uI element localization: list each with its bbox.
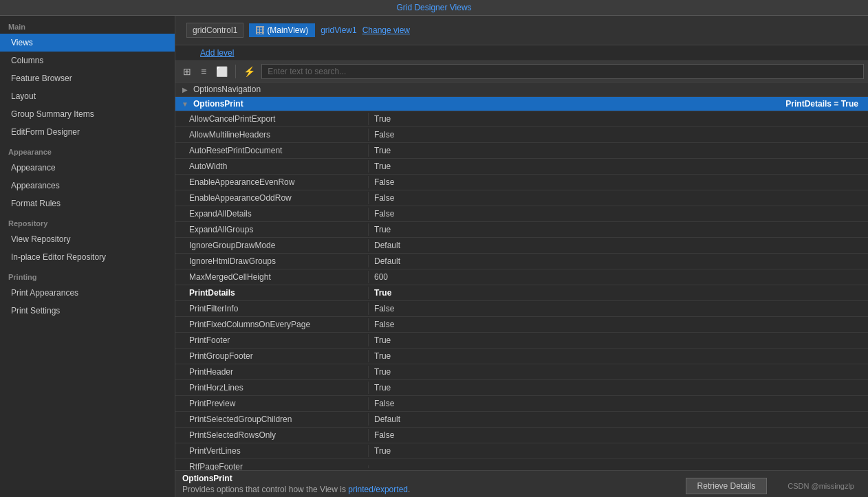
prop-value: True bbox=[368, 287, 868, 299]
toolbar-separator bbox=[235, 65, 236, 78]
prop-value: False bbox=[368, 318, 868, 331]
property-row[interactable]: AllowCancelPrintExportTrue bbox=[175, 111, 868, 127]
prop-value: False bbox=[368, 192, 868, 204]
prop-name: PrintSelectedRowsOnly bbox=[175, 429, 368, 441]
prop-name: PrintDetails bbox=[175, 287, 368, 299]
property-row[interactable]: PrintFilterInfoFalse bbox=[175, 301, 868, 317]
sidebar-item-print-settings[interactable]: Print Settings bbox=[0, 302, 175, 320]
property-row[interactable]: PrintHorzLinesTrue bbox=[175, 380, 868, 396]
prop-value: False bbox=[368, 302, 868, 315]
prop-value: True bbox=[368, 160, 868, 173]
prop-value: False bbox=[368, 176, 868, 188]
toolbar-btn-grid[interactable]: ⬜ bbox=[213, 64, 231, 79]
property-row[interactable]: ExpandAllDetailsFalse bbox=[175, 206, 868, 222]
property-row[interactable]: AutoWidthTrue bbox=[175, 159, 868, 175]
prop-name: MaxMergedCellHeight bbox=[175, 271, 368, 283]
prop-value: Default bbox=[368, 413, 868, 426]
toolbar-btn-layout[interactable]: ⊞ bbox=[180, 64, 195, 79]
sidebar-item-format-rules[interactable]: Format Rules bbox=[0, 195, 175, 212]
property-row[interactable]: EnableAppearanceOddRowFalse bbox=[175, 190, 868, 206]
property-row[interactable]: ExpandAllGroupsTrue bbox=[175, 222, 868, 238]
prop-value: True bbox=[368, 382, 868, 394]
prop-name: PrintFooter bbox=[175, 334, 368, 346]
toolbar-btn-action[interactable]: ⚡ bbox=[240, 64, 259, 79]
prop-value: True bbox=[368, 334, 868, 346]
prop-value: False bbox=[368, 397, 868, 410]
group-label-navigation: OptionsNavigation bbox=[191, 85, 864, 94]
prop-value bbox=[368, 465, 868, 468]
property-row[interactable]: EnableAppearanceEvenRowFalse bbox=[175, 175, 868, 190]
prop-name: EnableAppearanceOddRow bbox=[175, 192, 368, 204]
prop-name: PrintGroupFooter bbox=[175, 350, 368, 362]
status-title: OptionsPrint bbox=[182, 474, 686, 483]
sidebar-item-view-repository[interactable]: View Repository bbox=[0, 230, 175, 248]
expand-icon-navigation: ▶ bbox=[180, 86, 191, 93]
add-level-link[interactable]: Add level bbox=[186, 45, 234, 60]
property-row[interactable]: PrintSelectedGroupChildrenDefault bbox=[175, 412, 868, 428]
title-prefix: Grid Designer bbox=[396, 3, 447, 12]
property-row[interactable]: AllowMultilineHeadersFalse bbox=[175, 127, 868, 143]
property-row[interactable]: PrintHeaderTrue bbox=[175, 364, 868, 380]
main-view-tab[interactable]: (MainView) bbox=[249, 23, 315, 37]
sidebar-item-layout[interactable]: Layout bbox=[0, 87, 175, 105]
prop-name: RtfPageFooter bbox=[175, 461, 368, 470]
prop-value: Default bbox=[368, 239, 868, 252]
main-view-label: (MainView) bbox=[267, 25, 308, 35]
property-row[interactable]: PrintPreviewFalse bbox=[175, 396, 868, 412]
bottom-bar: OptionsPrint Provides options that contr… bbox=[175, 470, 868, 497]
sidebar-item-appearance[interactable]: Appearance bbox=[0, 159, 175, 177]
sidebar-item-views[interactable]: Views bbox=[0, 34, 175, 52]
status-desc: Provides options that control how the Vi… bbox=[182, 485, 686, 494]
prop-name: PrintVertLines bbox=[175, 445, 368, 457]
prop-name: ExpandAllDetails bbox=[175, 208, 368, 220]
property-row[interactable]: PrintVertLinesTrue bbox=[175, 443, 868, 459]
prop-name: AllowCancelPrintExport bbox=[175, 113, 368, 125]
sidebar-section-printing: Printing bbox=[0, 266, 175, 284]
prop-rows: AllowCancelPrintExportTrueAllowMultiline… bbox=[175, 111, 868, 470]
group-options-print[interactable]: ▼ OptionsPrint PrintDetails = True bbox=[175, 97, 868, 111]
prop-value: True bbox=[368, 445, 868, 457]
prop-value: True bbox=[368, 144, 868, 157]
prop-value: True bbox=[368, 223, 868, 236]
property-row[interactable]: MaxMergedCellHeight600 bbox=[175, 269, 868, 285]
sidebar-item-editform-designer[interactable]: EditForm Designer bbox=[0, 123, 175, 141]
properties-panel: ⊞ ≡ ⬜ ⚡ ▶ OptionsNavigation ▼ OptionsPri… bbox=[175, 61, 868, 470]
prop-name: IgnoreGroupDrawMode bbox=[175, 239, 368, 252]
prop-name: AutoResetPrintDocument bbox=[175, 144, 368, 157]
prop-value: True bbox=[368, 366, 868, 378]
properties-toolbar: ⊞ ≡ ⬜ ⚡ bbox=[175, 61, 868, 82]
prop-value: True bbox=[368, 113, 868, 125]
sidebar-item-feature-browser[interactable]: Feature Browser bbox=[0, 69, 175, 87]
sidebar-item-appearances[interactable]: Appearances bbox=[0, 177, 175, 195]
toolbar-btn-list[interactable]: ≡ bbox=[197, 64, 210, 79]
property-row[interactable]: RtfPageFooter bbox=[175, 459, 868, 470]
status-highlight: printed/exported bbox=[348, 485, 408, 494]
property-row[interactable]: PrintGroupFooterTrue bbox=[175, 349, 868, 364]
sidebar-item-columns[interactable]: Columns bbox=[0, 52, 175, 69]
property-row[interactable]: PrintFooterTrue bbox=[175, 333, 868, 349]
sidebar-item-group-summary-items[interactable]: Group Summary Items bbox=[0, 105, 175, 123]
property-row[interactable]: IgnoreGroupDrawModeDefault bbox=[175, 238, 868, 254]
view-header: gridControl1 (MainView) gridView1 Change… bbox=[175, 16, 868, 45]
control-label: gridControl1 bbox=[186, 23, 243, 38]
sidebar-item-inplace-editor-repository[interactable]: In-place Editor Repository bbox=[0, 248, 175, 266]
sidebar: MainViewsColumnsFeature BrowserLayoutGro… bbox=[0, 16, 175, 497]
property-row[interactable]: IgnoreHtmlDrawGroupsDefault bbox=[175, 254, 868, 269]
prop-name: AutoWidth bbox=[175, 160, 368, 173]
grid-view-label[interactable]: gridView1 bbox=[321, 25, 356, 35]
property-row[interactable]: PrintFixedColumnsOnEveryPageFalse bbox=[175, 317, 868, 333]
property-row[interactable]: PrintDetailsTrue bbox=[175, 285, 868, 301]
search-input[interactable] bbox=[261, 64, 864, 79]
prop-name: PrintFixedColumnsOnEveryPage bbox=[175, 318, 368, 331]
sidebar-item-print-appearances[interactable]: Print Appearances bbox=[0, 284, 175, 302]
change-view-link[interactable]: Change view bbox=[362, 25, 410, 35]
property-row[interactable]: PrintSelectedRowsOnlyFalse bbox=[175, 428, 868, 443]
property-row[interactable]: AutoResetPrintDocumentTrue bbox=[175, 143, 868, 159]
retrieve-details-button[interactable]: Retrieve Details bbox=[686, 478, 768, 494]
group-options-navigation[interactable]: ▶ OptionsNavigation bbox=[175, 82, 868, 97]
prop-value: False bbox=[368, 429, 868, 441]
prop-name: PrintPreview bbox=[175, 397, 368, 410]
prop-name: PrintHorzLines bbox=[175, 382, 368, 394]
prop-value: True bbox=[368, 350, 868, 362]
prop-value: Default bbox=[368, 255, 868, 267]
